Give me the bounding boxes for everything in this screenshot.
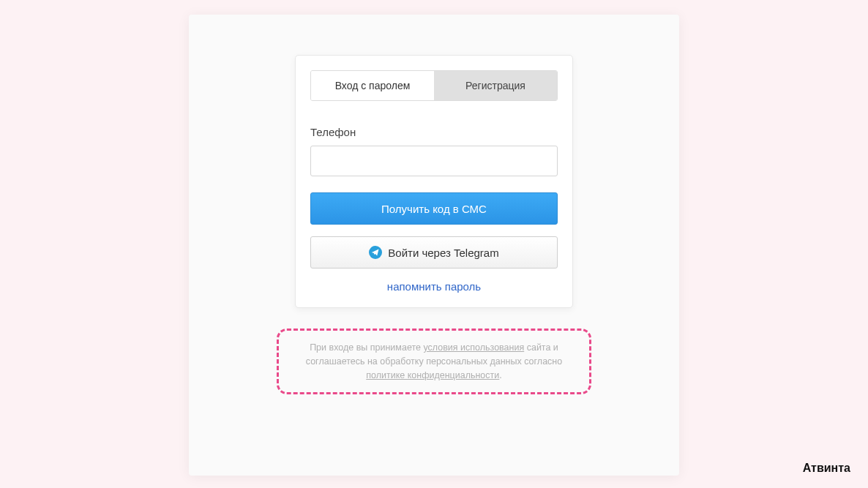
get-sms-code-button[interactable]: Получить код в СМС [310, 192, 558, 225]
phone-input[interactable] [310, 146, 558, 176]
brand-label: Атвинта [803, 462, 850, 475]
terms-period: . [499, 370, 501, 380]
login-card: Вход с паролем Регистрация Телефон Получ… [295, 55, 573, 308]
login-panel: Вход с паролем Регистрация Телефон Получ… [189, 15, 679, 476]
terms-text-1: При входе вы принимаете [310, 342, 423, 353]
telegram-icon [369, 246, 382, 259]
telegram-login-label: Войти через Telegram [388, 247, 498, 259]
terms-notice: При входе вы принимаете условия использо… [277, 329, 591, 394]
auth-tabs: Вход с паролем Регистрация [310, 70, 558, 101]
remind-password-link[interactable]: напомнить пароль [310, 280, 558, 293]
phone-label: Телефон [310, 126, 558, 138]
tab-login[interactable]: Вход с паролем [311, 71, 434, 100]
telegram-login-button[interactable]: Войти через Telegram [310, 236, 558, 269]
tab-register[interactable]: Регистрация [434, 71, 557, 100]
terms-of-use-link[interactable]: условия использования [423, 342, 524, 353]
privacy-policy-link[interactable]: политике конфиденциальности [366, 370, 499, 380]
